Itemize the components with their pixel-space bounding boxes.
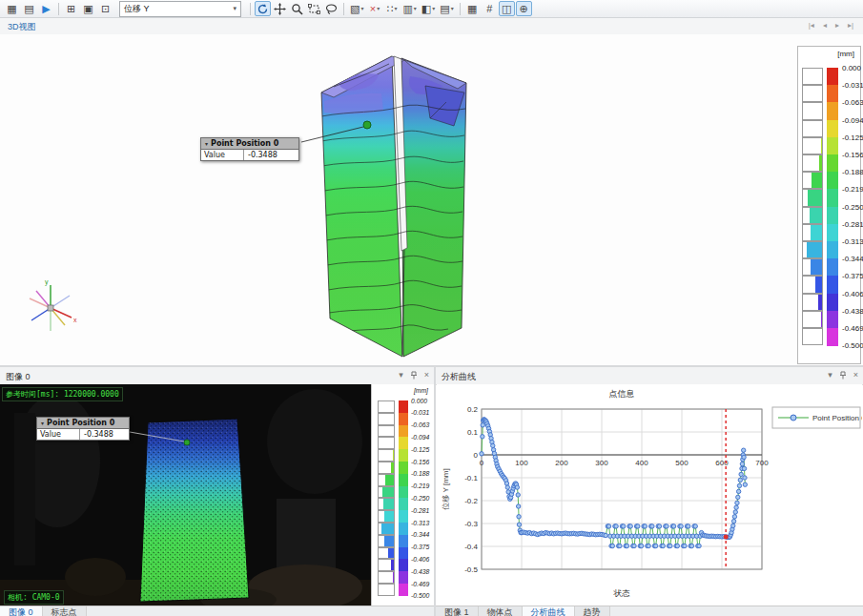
pan-tool-button[interactable] [272,1,288,16]
table-view-button[interactable]: ▦ [4,1,20,16]
curve-tab[interactable]: 图像 1 [436,606,479,616]
fit-all-windows-button[interactable]: ⊕ [516,1,532,16]
point-annotation-image[interactable]: ▾ Point Position 0 Value -0.3488 [36,417,130,441]
copy-stage-button[interactable]: ⊡ [97,1,113,16]
curve-tab[interactable]: 物体点 [479,606,523,616]
previous-stage-button[interactable]: ◂ [823,21,827,30]
colorbar-band [827,85,838,103]
colorbar-label: -0.125 [411,446,429,453]
colorbar-histogram-cell [378,584,395,596]
application-window: ▦▤▶⊞▣⊡位移 Y▾▧▾×▾∷▾▥▾◧▾▤▾▦#◫⊕ 3D视图 |◂ ◂ ▸ … [0,0,863,616]
colorbar-histogram-cell [378,547,395,560]
surface-selection-button[interactable]: ▧▾ [348,1,365,16]
camera-view-button[interactable]: ◧▾ [420,1,437,16]
add-stage-button[interactable]: ⊞ [63,1,79,16]
analysis-chart[interactable]: 点信息01002003004005006007000.20.10-0.1-0.2… [437,384,862,606]
annotation-value: -0.3488 [244,150,298,160]
svg-text:-0.2: -0.2 [464,497,478,505]
rotate-tool-button[interactable] [255,1,271,16]
grid-large-button[interactable]: # [482,1,498,16]
svg-text:y: y [45,278,49,286]
collapse-icon[interactable]: ▾ [828,370,832,380]
close-icon[interactable]: × [853,370,858,380]
colorbar-label: -0.500 [842,341,863,350]
toolbar-separator [460,3,461,15]
colorbar-histogram-cell [802,189,823,206]
colorbar-label: -0.219 [411,483,429,489]
curve-tab[interactable]: 分析曲线 [523,606,575,616]
colorbar-band [399,425,408,438]
tab-3d-view[interactable]: 3D视图 [8,21,36,33]
point-selection-button[interactable]: ∷▾ [383,1,400,16]
toolbar-separator [343,3,344,15]
tile-windows-button[interactable]: ◫ [499,1,515,16]
edit-report-button[interactable]: ▣ [80,1,96,16]
pin-icon[interactable] [839,371,847,380]
grid-small-button[interactable]: ▦ [464,1,481,16]
svg-text:0: 0 [480,459,484,467]
colorbar-histogram-cell [802,276,823,293]
image-tab[interactable]: 图像 0 [0,606,43,616]
colorbar-histogram-cell [802,154,823,172]
point-info-chart: 点信息01002003004005006007000.20.10-0.1-0.2… [437,384,862,606]
curve-tab[interactable]: 趋势 [575,606,610,616]
pin-icon[interactable] [410,371,418,380]
close-icon[interactable]: × [424,370,429,380]
next-stage-button[interactable]: ▸ [835,21,839,30]
bottom-dock: 图像 0 ▾ × [0,367,863,616]
colorbar-label: -0.313 [842,237,863,246]
svg-text:400: 400 [635,459,648,467]
svg-text:0.2: 0.2 [467,405,479,414]
image-panel-header[interactable]: 图像 0 ▾ × [0,367,434,385]
analysis-curve-panel: 分析曲线 ▾ × 点信息01002003004005006007000.20.1… [436,367,863,616]
delete-selection-button[interactable]: ×▾ [366,1,382,16]
colorbar-band [399,559,408,571]
curve-panel-header[interactable]: 分析曲线 ▾ × [436,367,863,385]
lasso-tool-button[interactable] [323,1,339,16]
colorbar-label: -0.500 [411,592,429,599]
view-tab-row: 3D视图 |◂ ◂ ▸ ▸| [0,18,863,35]
colorbar-histogram-cell [802,68,823,85]
colorbar-band [827,68,838,86]
fit-tool-button[interactable] [306,1,322,16]
colorbar-histogram-cell [802,137,823,154]
colorbar-label: -0.031 [411,409,429,416]
point-annotation-3d[interactable]: ▾ Point Position 0 Value -0.3488 [200,137,299,161]
collapse-icon[interactable]: ▾ [399,370,403,380]
colorbar-histogram-cell [378,400,395,413]
last-stage-button[interactable]: ▸| [848,21,853,30]
colorbar-label: 0.000 [842,64,861,72]
window-layout-button[interactable]: ▤▾ [438,1,455,16]
svg-text:位移 Y [mm]: 位移 Y [mm] [442,468,450,509]
layout-columns-button[interactable]: ▥▾ [401,1,418,16]
colorbar-band [827,154,838,173]
colorbar-label: -0.406 [842,290,863,298]
first-stage-button[interactable]: |◂ [809,21,814,30]
colorbar-band [399,498,408,510]
camera-image-view[interactable]: 参考时间[ms]: 1220000.0000 相机: CAM0-0 ▾ Poin… [0,384,371,606]
image-tab[interactable]: 标志点 [43,606,87,616]
display-mode-select[interactable]: 位移 Y▾ [119,1,241,17]
colorbar-histogram-cell [802,120,823,137]
zoom-tool-button[interactable] [289,1,305,16]
play-button[interactable]: ▶ [38,1,54,16]
annotation-row-label: Value [201,150,244,160]
colorbar-band [399,510,408,523]
point-position-0-marker-3d[interactable] [363,121,371,129]
colorbar-label: -0.125 [842,133,863,142]
colorbar-unit: [mm] [414,387,428,394]
colorbar-label: -0.188 [411,470,429,477]
svg-text:-0.4: -0.4 [464,543,478,551]
timeline-view-button[interactable]: ▤ [21,1,37,16]
point-position-0-marker-image[interactable] [184,440,190,445]
colorbar-label: -0.063 [842,98,863,107]
curve-panel-tabs: 图像 1物体点分析曲线趋势 [436,606,863,616]
3d-viewport[interactable]: x y ▾ Point Position 0 Value -0.3488 [mm… [0,34,863,365]
colorbar-band [399,437,408,449]
colorbar-histogram-cell [802,311,823,328]
reference-time-overlay: 参考时间[ms]: 1220000.0000 [2,387,123,401]
svg-text:Point Position 0: Point Position 0 [812,414,862,422]
toolbar-separator [250,3,251,15]
axes-orientation-widget[interactable]: x y [30,278,77,331]
colorbar-band [827,311,838,329]
